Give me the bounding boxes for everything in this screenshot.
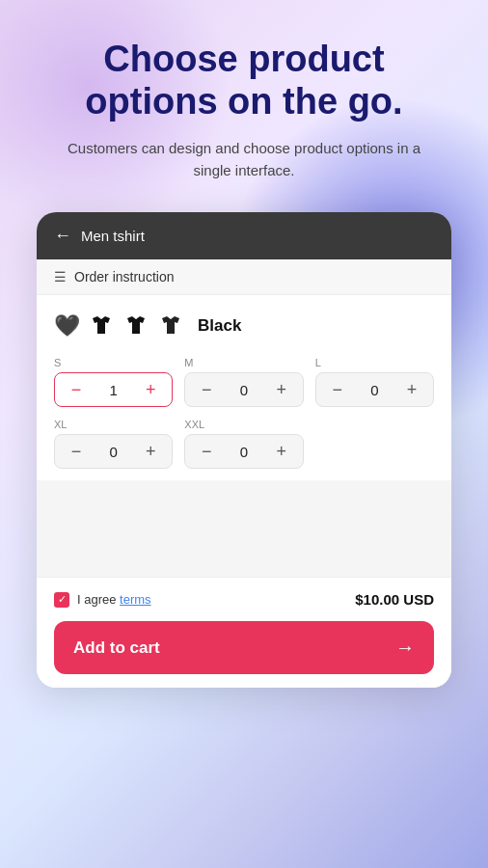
qty-decrease-s[interactable]: − [67,381,86,398]
size-label-s: S [54,357,173,368]
size-label-xxl: XXL [184,419,303,430]
size-label-m: M [184,357,303,368]
qty-value-m: 0 [234,382,254,398]
order-instruction-bar: ☰ Order instruction [37,259,451,295]
size-item-l: L − 0 + [315,357,434,407]
add-to-cart-button[interactable]: Add to cart → [54,621,434,674]
back-button[interactable]: ← [54,226,71,246]
qty-decrease-xxl[interactable]: − [197,443,216,460]
size-item-empty [315,419,434,469]
card-title: Men tshirt [81,228,145,244]
tshirt-svg-1 [88,312,115,339]
hero-title: Choose product options on the go. [0,39,488,122]
qty-control-m[interactable]: − 0 + [184,372,303,407]
arrow-icon: → [395,637,415,659]
card-header: ← Men tshirt [37,212,451,259]
agree-row: ✓ I agree terms [54,592,151,608]
qty-decrease-l[interactable]: − [328,381,347,398]
agree-text: I agree terms [77,592,151,607]
hero-subtitle: Customers can design and choose product … [0,138,488,181]
qty-control-xxl[interactable]: − 0 + [184,434,303,469]
qty-increase-xl[interactable]: + [141,443,160,460]
product-card: ← Men tshirt ☰ Order instruction 🖤 [37,212,451,688]
qty-control-l[interactable]: − 0 + [315,372,434,407]
product-section: 🖤 Black S − 1 [37,295,451,469]
tshirt-svg-2 [122,312,149,339]
card-body-spacer [37,480,451,577]
add-to-cart-label: Add to cart [73,638,160,658]
agree-checkbox[interactable]: ✓ [54,592,69,608]
order-icon: ☰ [54,269,67,285]
footer-row: ✓ I agree terms $10.00 USD [54,591,434,608]
size-label-l: L [315,357,434,368]
agree-text-static: I agree [77,592,120,607]
tshirt-svg-3 [157,312,184,339]
size-item-xl: XL − 0 + [54,419,173,469]
tshirt-icon-1: 🖤 [54,313,80,339]
checkmark-icon: ✓ [58,593,67,606]
size-grid-row2: XL − 0 + XXL − 0 + [54,419,434,469]
qty-decrease-xl[interactable]: − [67,443,86,460]
size-item-m: M − 0 + [184,357,303,407]
price-display: $10.00 USD [355,591,434,608]
size-label-xl: XL [54,419,173,430]
product-row: 🖤 Black [54,312,434,339]
qty-increase-l[interactable]: + [402,381,421,398]
terms-link[interactable]: terms [120,592,151,607]
qty-increase-xxl[interactable]: + [272,443,291,460]
qty-value-xxl: 0 [234,444,254,460]
size-grid-row1: S − 1 + M − 0 + L [54,357,434,407]
card-footer: ✓ I agree terms $10.00 USD Add to cart → [37,577,451,688]
size-item-s: S − 1 + [54,357,173,407]
qty-increase-m[interactable]: + [272,381,291,398]
qty-control-s[interactable]: − 1 + [54,372,173,407]
page-content: Choose product options on the go. Custom… [0,0,488,688]
product-color: Black [198,316,241,336]
qty-increase-s[interactable]: + [141,381,160,398]
qty-value-s: 1 [104,382,123,398]
order-instruction-label: Order instruction [74,269,174,285]
qty-value-l: 0 [365,382,384,398]
qty-value-xl: 0 [104,444,123,460]
size-item-xxl: XXL − 0 + [184,419,303,469]
qty-control-xl[interactable]: − 0 + [54,434,173,469]
qty-decrease-m[interactable]: − [197,381,216,398]
